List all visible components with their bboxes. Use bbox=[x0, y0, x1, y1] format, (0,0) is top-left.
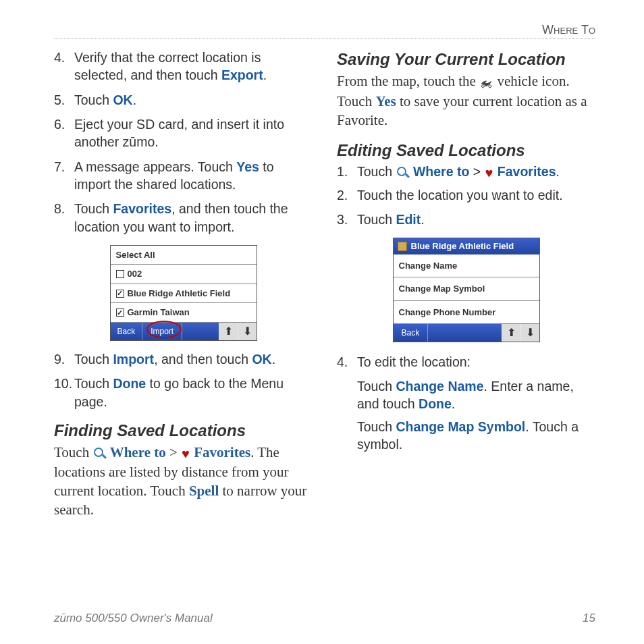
two-column-layout: Verify that the correct location is sele… bbox=[54, 49, 595, 524]
import-item-garmin[interactable]: ✓ Garmin Taiwan bbox=[111, 303, 257, 323]
back-button[interactable]: Back bbox=[111, 323, 143, 340]
device-bottom-bar: Back Import ⬆ ⬇ bbox=[111, 323, 257, 340]
step-text: . bbox=[421, 212, 424, 227]
separator: > bbox=[469, 164, 484, 179]
step-4: Verify that the correct location is sele… bbox=[54, 49, 313, 84]
import-button[interactable]: Import bbox=[142, 323, 182, 340]
finding-saved-body: Touch Where to > ♥ Favorites. The locati… bbox=[54, 443, 313, 519]
arrow-up-icon[interactable]: ⬆ bbox=[502, 324, 520, 342]
change-name-label: Change Name bbox=[396, 379, 483, 394]
step-text: Touch bbox=[74, 352, 113, 367]
edit-location-screenshot: Blue Ridge Athletic Field Change Name Ch… bbox=[393, 238, 540, 342]
step-5: Touch OK. bbox=[54, 91, 313, 109]
import-list-screenshot: Select All 002 ✓ Blue Ridge Athletic Fie… bbox=[110, 245, 257, 341]
heart-icon: ♥ bbox=[485, 166, 493, 180]
step-text: . bbox=[556, 164, 560, 179]
step-text: Touch bbox=[74, 376, 113, 391]
step-text: . bbox=[263, 68, 267, 82]
vehicle-icon: 🏍 bbox=[480, 74, 493, 92]
section-header: Where To bbox=[54, 23, 595, 39]
steps-list-left: Verify that the correct location is sele… bbox=[54, 49, 313, 236]
edit-label: Edit bbox=[396, 212, 421, 227]
step-text: Touch bbox=[357, 164, 396, 179]
step-text: . bbox=[133, 92, 136, 107]
arrow-up-icon[interactable]: ⬆ bbox=[219, 323, 238, 340]
back-button[interactable]: Back bbox=[394, 324, 429, 342]
finding-saved-heading: Finding Saved Locations bbox=[54, 420, 313, 441]
step-text: Touch bbox=[357, 419, 396, 434]
edit-screen-title-text: Blue Ridge Athletic Field bbox=[411, 240, 514, 252]
magnifier-icon bbox=[93, 447, 105, 459]
saving-location-heading: Saving Your Current Location bbox=[337, 49, 595, 70]
footer-page-number: 15 bbox=[583, 612, 595, 625]
scroll-arrows: ⬆ ⬇ bbox=[502, 324, 539, 342]
spell-label: Spell bbox=[189, 483, 219, 499]
favorites-label: Favorites bbox=[194, 444, 250, 460]
favorites-label: Favorites bbox=[498, 164, 556, 179]
body-text: From the map, touch the bbox=[337, 73, 479, 89]
page-footer: zūmo 500/550 Owner's Manual 15 bbox=[54, 612, 595, 625]
import-item-002[interactable]: 002 bbox=[111, 265, 257, 284]
edit-step-1: Touch Where to > ♥ Favorites. bbox=[337, 163, 595, 180]
step-text: . bbox=[452, 396, 455, 411]
arrow-down-icon[interactable]: ⬇ bbox=[238, 323, 257, 340]
ok-label: OK bbox=[113, 92, 132, 107]
export-label: Export bbox=[221, 68, 263, 82]
yes-label: Yes bbox=[236, 159, 259, 174]
import-item-label: Garmin Taiwan bbox=[128, 306, 190, 319]
step-text: A message appears. Touch bbox=[74, 159, 236, 174]
import-button-label: Import bbox=[151, 326, 173, 337]
step-text: , and then touch bbox=[154, 352, 252, 367]
step-8: Touch Favorites, and then touch the loca… bbox=[54, 200, 313, 236]
where-to-label: Where to bbox=[110, 444, 166, 460]
step-text: Touch bbox=[357, 379, 396, 394]
edit-step-3: Touch Edit. bbox=[337, 211, 595, 228]
change-map-symbol-row[interactable]: Change Map Symbol bbox=[394, 277, 539, 301]
saving-location-body: From the map, touch the 🏍 vehicle icon. … bbox=[337, 72, 595, 130]
step-text: Touch bbox=[74, 92, 113, 107]
step-7: A message appears. Touch Yes to import t… bbox=[54, 158, 313, 194]
step-text: . bbox=[272, 352, 275, 367]
magnifier-icon bbox=[396, 166, 408, 178]
import-item-blueridge[interactable]: ✓ Blue Ridge Athletic Field bbox=[111, 284, 257, 304]
ok-label: OK bbox=[252, 352, 271, 367]
body-text: Touch bbox=[54, 444, 92, 460]
device-bottom-bar: Back ⬆ ⬇ bbox=[394, 324, 539, 342]
step-9: Touch Import, and then touch OK. bbox=[54, 350, 313, 368]
favorites-label: Favorites bbox=[113, 201, 171, 216]
edit-step-4: To edit the location: bbox=[337, 353, 595, 371]
edit-step-4a: Touch Change Name. Enter a name, and tou… bbox=[337, 377, 595, 413]
step-6: Eject your SD card, and insert it into a… bbox=[54, 115, 313, 151]
import-label: Import bbox=[113, 352, 154, 367]
done-label: Done bbox=[419, 396, 452, 411]
change-phone-row[interactable]: Change Phone Number bbox=[394, 301, 539, 325]
step-10: Touch Done to go back to the Menu page. bbox=[54, 375, 313, 410]
edit-step-4b: Touch Change Map Symbol. Touch a symbol. bbox=[337, 418, 595, 454]
edit-steps-list: Touch Where to > ♥ Favorites. Touch the … bbox=[337, 163, 595, 228]
checkbox-icon[interactable] bbox=[116, 270, 124, 278]
where-to-label: Where to bbox=[413, 164, 469, 179]
import-item-label: Blue Ridge Athletic Field bbox=[128, 288, 231, 300]
scroll-arrows: ⬆ ⬇ bbox=[219, 323, 257, 340]
edit-screen-title: Blue Ridge Athletic Field bbox=[394, 238, 539, 254]
edit-step-2: Touch the location you want to edit. bbox=[337, 186, 595, 204]
done-label: Done bbox=[113, 376, 146, 391]
separator: > bbox=[166, 444, 181, 460]
arrow-down-icon[interactable]: ⬇ bbox=[520, 324, 539, 342]
right-column: Saving Your Current Location From the ma… bbox=[337, 49, 595, 524]
heart-icon: ♥ bbox=[182, 447, 190, 460]
location-marker-icon bbox=[398, 242, 407, 251]
steps-list-left-continued: Touch Import, and then touch OK. Touch D… bbox=[54, 350, 313, 410]
edit-steps-list-continued: To edit the location: bbox=[337, 353, 595, 371]
change-name-row[interactable]: Change Name bbox=[394, 254, 539, 278]
editing-locations-heading: Editing Saved Locations bbox=[337, 140, 595, 161]
left-column: Verify that the correct location is sele… bbox=[54, 49, 313, 524]
select-all-row[interactable]: Select All bbox=[111, 246, 257, 265]
step-text: Touch bbox=[74, 201, 113, 216]
manual-page: Where To Verify that the correct locatio… bbox=[0, 0, 644, 544]
checkbox-checked-icon[interactable]: ✓ bbox=[116, 308, 124, 317]
yes-label: Yes bbox=[375, 93, 396, 109]
checkbox-checked-icon[interactable]: ✓ bbox=[116, 290, 124, 298]
change-map-symbol-label: Change Map Symbol bbox=[396, 419, 525, 434]
step-text: Touch bbox=[357, 212, 396, 227]
